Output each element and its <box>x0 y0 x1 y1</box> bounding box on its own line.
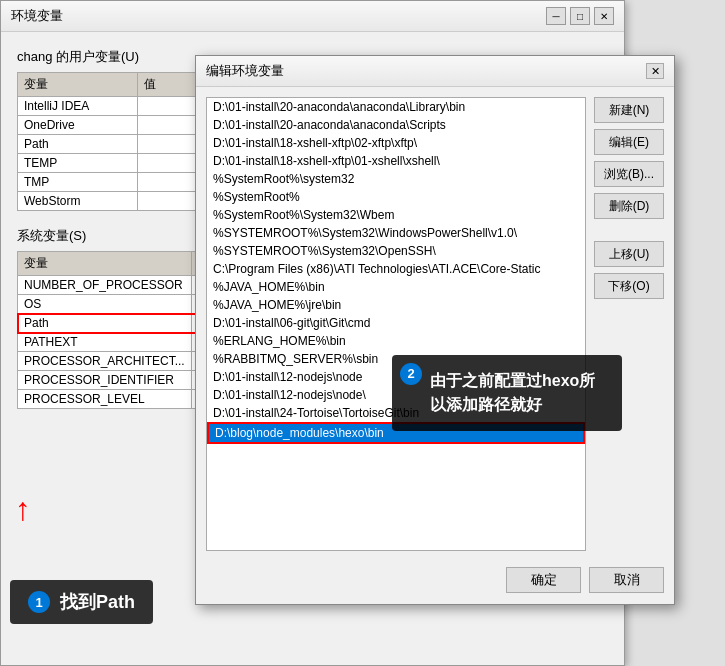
arrow-annotation: ↑ <box>15 491 31 528</box>
edit-dialog-body: D:\01-install\20-anaconda\anaconda\Libra… <box>196 87 674 603</box>
annotation-2: 2 由于之前配置过hexo所以添加路径就好 <box>392 355 622 431</box>
sys-var-name: PROCESSOR_LEVEL <box>18 390 192 409</box>
path-list-item[interactable]: D:\01-install\20-anaconda\anaconda\Libra… <box>207 98 585 116</box>
dialog-buttons-row: 确定 取消 <box>206 567 664 593</box>
sys-vars-col-var: 变量 <box>18 252 192 276</box>
circle-1: 1 <box>28 591 50 613</box>
sys-var-name: OS <box>18 295 192 314</box>
path-list-item[interactable]: D:\01-install\18-xshell-xftp\01-xshell\x… <box>207 152 585 170</box>
edit-dialog-titlebar: 编辑环境变量 ✕ <box>196 56 674 87</box>
user-var-name: IntelliJ IDEA <box>18 97 138 116</box>
sys-var-path-name: Path <box>18 314 192 333</box>
user-vars-col-var: 变量 <box>18 73 138 97</box>
path-list-item[interactable]: %JAVA_HOME%\jre\bin <box>207 296 585 314</box>
minimize-button[interactable]: ─ <box>546 7 566 25</box>
sys-var-name: PROCESSOR_IDENTIFIER <box>18 371 192 390</box>
circle-2: 2 <box>400 363 422 385</box>
annotation-1-text: 找到Path <box>60 590 135 614</box>
move-up-button[interactable]: 上移(U) <box>594 241 664 267</box>
edit-cancel-button[interactable]: 取消 <box>589 567 664 593</box>
delete-button[interactable]: 删除(D) <box>594 193 664 219</box>
close-button[interactable]: ✕ <box>594 7 614 25</box>
move-down-button[interactable]: 下移(O) <box>594 273 664 299</box>
user-var-name: TMP <box>18 173 138 192</box>
annotation-1: 1 找到Path <box>10 580 153 624</box>
path-list-item[interactable]: %SystemRoot% <box>207 188 585 206</box>
path-list-item[interactable]: %JAVA_HOME%\bin <box>207 278 585 296</box>
path-list-item[interactable]: %SystemRoot%\System32\Wbem <box>207 206 585 224</box>
edit-dialog-close-button[interactable]: ✕ <box>646 63 664 79</box>
user-var-name: Path <box>18 135 138 154</box>
path-list-item[interactable]: D:\01-install\18-xshell-xftp\02-xftp\xft… <box>207 134 585 152</box>
new-button[interactable]: 新建(N) <box>594 97 664 123</box>
path-list-item[interactable]: C:\Program Files (x86)\ATI Technologies\… <box>207 260 585 278</box>
user-var-name: OneDrive <box>18 116 138 135</box>
path-list-item[interactable]: %SystemRoot%\system32 <box>207 170 585 188</box>
path-list-container[interactable]: D:\01-install\20-anaconda\anaconda\Libra… <box>206 97 586 551</box>
path-list-item[interactable]: %ERLANG_HOME%\bin <box>207 332 585 350</box>
env-vars-titlebar: 环境变量 ─ □ ✕ <box>1 1 624 32</box>
path-list-item[interactable]: %SYSTEMROOT%\System32\OpenSSH\ <box>207 242 585 260</box>
path-list-item[interactable]: D:\01-install\06-git\git\Git\cmd <box>207 314 585 332</box>
edit-confirm-button[interactable]: 确定 <box>506 567 581 593</box>
user-var-name: WebStorm <box>18 192 138 211</box>
env-vars-title: 环境变量 <box>11 7 63 25</box>
path-list-item[interactable]: D:\01-install\20-anaconda\anaconda\Scrip… <box>207 116 585 134</box>
path-list-item[interactable]: %SYSTEMROOT%\System32\WindowsPowerShell\… <box>207 224 585 242</box>
window-controls: ─ □ ✕ <box>546 7 614 25</box>
annotation-2-text: 由于之前配置过hexo所以添加路径就好 <box>430 372 595 413</box>
sys-var-name: PATHEXT <box>18 333 192 352</box>
sys-var-name: NUMBER_OF_PROCESSOR <box>18 276 192 295</box>
edit-button[interactable]: 编辑(E) <box>594 129 664 155</box>
user-var-name: TEMP <box>18 154 138 173</box>
sys-var-name: PROCESSOR_ARCHITECT... <box>18 352 192 371</box>
edit-env-dialog: 编辑环境变量 ✕ D:\01-install\20-anaconda\anaco… <box>195 55 675 605</box>
edit-dialog-title: 编辑环境变量 <box>206 62 284 80</box>
list-and-buttons-area: D:\01-install\20-anaconda\anaconda\Libra… <box>206 97 664 561</box>
right-buttons-panel: 新建(N) 编辑(E) 浏览(B)... 删除(D) 上移(U) 下移(O) <box>594 97 664 561</box>
browse-button[interactable]: 浏览(B)... <box>594 161 664 187</box>
maximize-button[interactable]: □ <box>570 7 590 25</box>
